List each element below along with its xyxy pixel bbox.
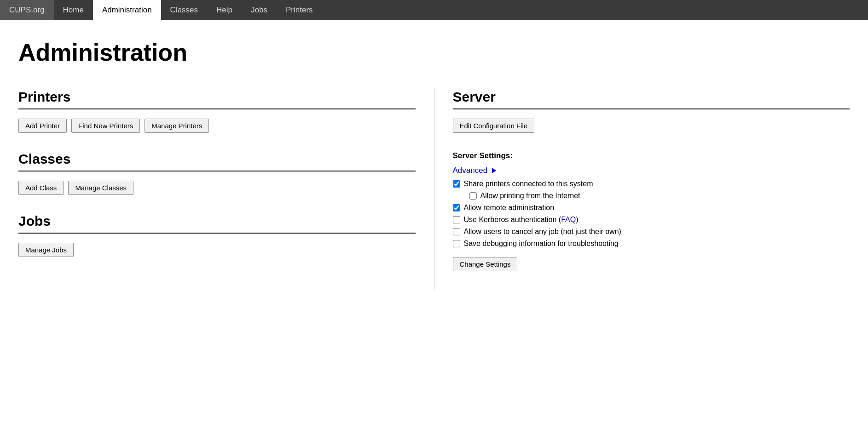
printers-section: Printers Add Printer Find New Printers M… [18,89,416,133]
share-printers-row[interactable]: Share printers connected to this system [453,180,850,188]
server-settings-label: Server Settings: [453,151,850,160]
kerberos-auth-label: Use Kerberos authentication (FAQ) [464,216,579,224]
change-settings-button[interactable]: Change Settings [453,257,518,271]
navigation: CUPS.org Home Administration Classes Hel… [0,0,868,20]
allow-internet-printing-row[interactable]: Allow printing from the Internet [453,192,850,200]
printers-button-group: Add Printer Find New Printers Manage Pri… [18,119,416,133]
kerberos-auth-checkbox[interactable] [453,216,460,223]
allow-cancel-job-label: Allow users to cancel any job (not just … [464,228,621,236]
allow-internet-printing-checkbox[interactable] [469,192,477,200]
nav-jobs[interactable]: Jobs [242,0,277,20]
server-section: Server Edit Configuration File Server Se… [453,89,850,271]
classes-button-group: Add Class Manage Classes [18,181,416,195]
classes-section: Classes Add Class Manage Classes [18,151,416,195]
advanced-link[interactable]: Advanced [453,166,850,175]
change-settings-button-group: Change Settings [453,257,850,271]
save-debug-checkbox[interactable] [453,240,460,247]
allow-internet-printing-label: Allow printing from the Internet [480,192,580,200]
allow-cancel-job-row[interactable]: Allow users to cancel any job (not just … [453,228,850,236]
page-title: Administration [18,39,850,66]
right-column: Server Edit Configuration File Server Se… [434,89,850,290]
share-printers-checkbox[interactable] [453,180,460,188]
edit-config-button[interactable]: Edit Configuration File [453,119,535,133]
server-settings-checkboxes: Share printers connected to this system … [453,180,850,248]
nav-printers[interactable]: Printers [277,0,322,20]
add-class-button[interactable]: Add Class [18,181,64,195]
advanced-arrow-icon [492,168,496,173]
nav-administration[interactable]: Administration [93,0,161,20]
share-printers-label: Share printers connected to this system [464,180,593,188]
nav-classes[interactable]: Classes [161,0,207,20]
find-new-printers-button[interactable]: Find New Printers [71,119,140,133]
add-printer-button[interactable]: Add Printer [18,119,67,133]
allow-remote-admin-label: Allow remote administration [464,204,555,212]
allow-remote-admin-row[interactable]: Allow remote administration [453,204,850,212]
server-section-title: Server [453,89,850,109]
jobs-button-group: Manage Jobs [18,243,416,257]
main-content: Administration Printers Add Printer Find… [0,20,868,317]
jobs-section: Jobs Manage Jobs [18,213,416,257]
printers-section-title: Printers [18,89,416,109]
save-debug-label: Save debugging information for troublesh… [464,240,619,248]
faq-link[interactable]: FAQ [561,216,576,223]
manage-jobs-button[interactable]: Manage Jobs [18,243,74,257]
advanced-label: Advanced [453,166,488,175]
save-debug-row[interactable]: Save debugging information for troublesh… [453,240,850,248]
nav-home[interactable]: Home [54,0,93,20]
left-column: Printers Add Printer Find New Printers M… [18,89,434,290]
two-column-layout: Printers Add Printer Find New Printers M… [18,89,850,290]
allow-remote-admin-checkbox[interactable] [453,204,460,211]
kerberos-auth-row[interactable]: Use Kerberos authentication (FAQ) [453,216,850,224]
manage-classes-button[interactable]: Manage Classes [68,181,133,195]
manage-printers-button[interactable]: Manage Printers [145,119,209,133]
allow-cancel-job-checkbox[interactable] [453,228,460,235]
nav-help[interactable]: Help [207,0,242,20]
server-button-group: Edit Configuration File [453,119,850,133]
nav-cups-org[interactable]: CUPS.org [0,0,54,20]
classes-section-title: Classes [18,151,416,171]
jobs-section-title: Jobs [18,213,416,234]
